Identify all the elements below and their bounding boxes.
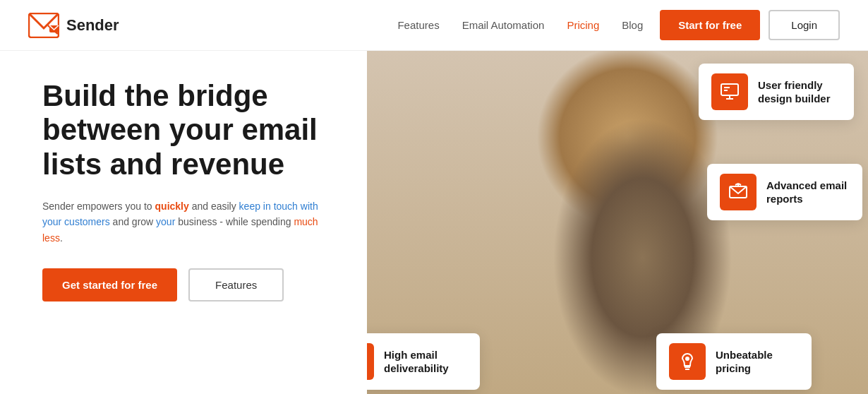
card-user-friendly: User friendlydesign builder xyxy=(699,64,854,120)
lightbulb-icon xyxy=(677,352,697,371)
logo-text: Sender xyxy=(66,16,119,35)
nav-features[interactable]: Features xyxy=(397,19,439,31)
card-high-delivery-text: High emaildeliverability xyxy=(384,348,449,376)
card-unbeatable-icon-bg xyxy=(669,343,706,380)
card-user-friendly-icon-bg xyxy=(711,73,748,110)
card-user-friendly-text: User friendlydesign builder xyxy=(758,78,831,106)
hero-headline: Build the bridge between your email list… xyxy=(42,79,339,181)
card-advanced-email-text: Advanced emailreports xyxy=(766,179,847,206)
hero-right: User friendlydesign builder Advanced ema… xyxy=(367,51,868,394)
logo-icon xyxy=(28,13,59,38)
subtext-highlight-your: your xyxy=(156,216,175,227)
login-button[interactable]: Login xyxy=(768,10,840,40)
main-content: Build the bridge between your email list… xyxy=(0,51,868,394)
svg-point-13 xyxy=(686,357,689,360)
nav-pricing[interactable]: Pricing xyxy=(567,19,599,31)
card-high-deliverability: High emaildeliverability xyxy=(367,333,480,390)
card-unbeatable-text: Unbeatablepricing xyxy=(716,348,773,376)
logo[interactable]: Sender xyxy=(28,13,119,38)
card-advanced-email-icon-bg xyxy=(720,174,757,210)
subtext-highlight-quickly: quickly xyxy=(155,201,189,212)
get-started-button[interactable]: Get started for free xyxy=(42,268,177,302)
cta-buttons: Get started for free Features xyxy=(42,268,339,302)
card-advanced-email: Advanced emailreports xyxy=(707,164,862,220)
features-button[interactable]: Features xyxy=(188,268,284,302)
mail-report-icon xyxy=(728,182,748,202)
hero-subtext: Sender empowers you to quickly and easil… xyxy=(42,198,339,246)
svg-rect-2 xyxy=(721,84,738,95)
hero-left: Build the bridge between your email list… xyxy=(0,51,367,394)
card-high-delivery-icon-bg xyxy=(367,343,374,380)
nav-blog[interactable]: Blog xyxy=(622,19,643,31)
monitor-icon xyxy=(720,82,740,102)
nav-email-automation[interactable]: Email Automation xyxy=(462,19,545,31)
card-unbeatable-pricing: Unbeatablepricing xyxy=(656,333,812,390)
start-for-free-button[interactable]: Start for free xyxy=(660,10,760,40)
main-nav: Features Email Automation Pricing Blog xyxy=(397,19,643,31)
